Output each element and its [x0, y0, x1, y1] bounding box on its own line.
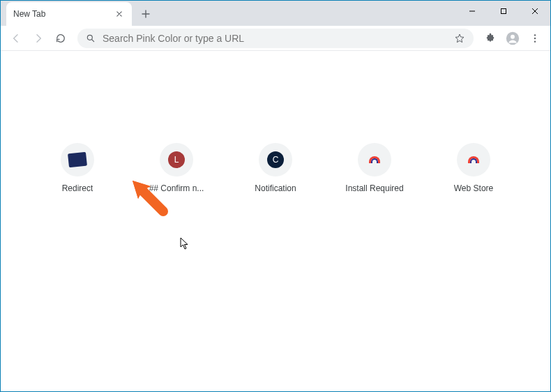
toolbar	[1, 26, 550, 51]
shortcut-notification[interactable]: C Notification	[236, 143, 315, 193]
puzzle-icon	[485, 33, 496, 44]
window-controls	[456, 1, 550, 22]
tab-strip: New Tab	[1, 1, 550, 26]
shortcut-confirm[interactable]: L ## Confirm n...	[137, 143, 216, 193]
plus-icon	[142, 10, 150, 18]
minimize-icon	[469, 8, 476, 15]
close-icon	[116, 11, 122, 17]
rainbow-icon	[369, 156, 380, 163]
reload-icon	[55, 33, 66, 44]
reload-button[interactable]	[51, 29, 70, 48]
shortcut-redirect[interactable]: Redirect	[38, 143, 116, 193]
new-tab-button[interactable]	[136, 4, 156, 24]
bookmark-button[interactable]	[454, 33, 465, 44]
maximize-icon	[500, 8, 507, 15]
person-circle-icon	[505, 31, 520, 46]
close-tab-button[interactable]	[114, 8, 125, 20]
shortcut-icon	[61, 143, 94, 176]
back-button[interactable]	[6, 29, 26, 48]
shortcut-icon	[457, 143, 490, 176]
profile-button[interactable]	[503, 29, 522, 48]
letter-icon: L	[168, 151, 185, 168]
kebab-icon	[529, 33, 541, 44]
extensions-button[interactable]	[481, 29, 500, 48]
shortcut-label: Web Store	[454, 183, 493, 193]
shortcut-label: Install Required	[345, 183, 403, 193]
omnibox[interactable]	[77, 29, 474, 48]
browser-tab[interactable]: New Tab	[6, 2, 132, 26]
svg-rect-0	[501, 9, 506, 14]
shortcut-icon	[358, 143, 391, 176]
arrow-right-icon	[33, 33, 44, 44]
menu-button[interactable]	[525, 29, 545, 48]
arrow-left-icon	[10, 33, 22, 44]
star-icon	[454, 33, 465, 44]
letter-icon: C	[267, 151, 284, 168]
shortcuts-row: Redirect L ## Confirm n... C Notificatio…	[1, 143, 550, 193]
shortcut-web-store[interactable]: Web Store	[435, 143, 513, 193]
svg-point-4	[534, 34, 536, 36]
window-close-button[interactable]	[519, 1, 550, 22]
new-tab-page: Redirect L ## Confirm n... C Notificatio…	[1, 143, 550, 392]
shortcut-label: Redirect	[62, 183, 93, 193]
svg-point-3	[511, 34, 515, 38]
mouse-cursor	[180, 237, 190, 252]
address-input[interactable]	[103, 33, 447, 44]
shortcut-icon: C	[259, 143, 292, 176]
minimize-button[interactable]	[456, 1, 488, 22]
rainbow-icon	[468, 156, 479, 163]
tile-icon	[68, 152, 87, 168]
shortcut-install-required[interactable]: Install Required	[335, 143, 414, 193]
search-icon	[86, 33, 96, 43]
svg-point-1	[87, 35, 92, 40]
maximize-button[interactable]	[488, 1, 519, 22]
svg-point-5	[534, 37, 536, 38]
forward-button[interactable]	[29, 29, 48, 48]
tab-title: New Tab	[13, 9, 45, 19]
cursor-icon	[180, 237, 190, 250]
shortcut-icon: L	[160, 143, 193, 176]
shortcut-label: ## Confirm n...	[149, 183, 204, 193]
svg-point-6	[534, 40, 536, 42]
close-icon	[531, 8, 538, 15]
shortcut-label: Notification	[255, 183, 296, 193]
